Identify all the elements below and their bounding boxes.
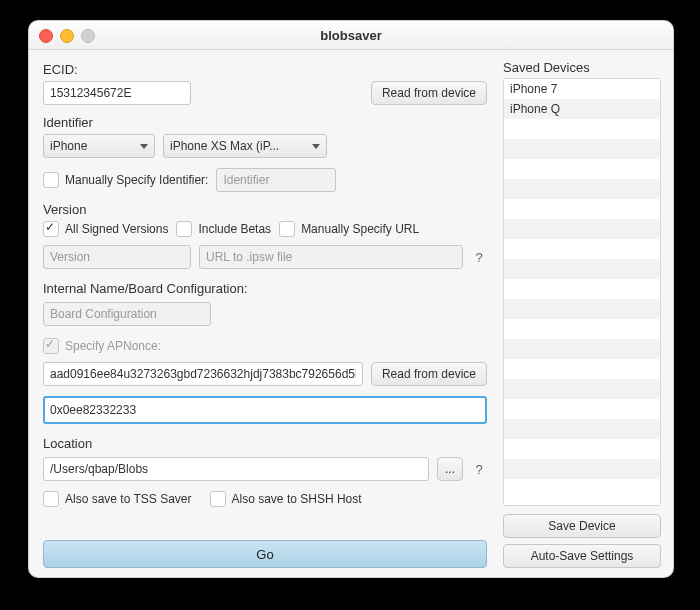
minimize-icon[interactable]	[60, 29, 74, 43]
save-device-button[interactable]: Save Device	[503, 514, 661, 538]
version-help-icon[interactable]: ?	[471, 250, 487, 265]
list-item	[504, 179, 660, 199]
saved-devices-label: Saved Devices	[503, 60, 661, 75]
checkbox-icon	[210, 491, 226, 507]
apnonce-check: Specify APNonce:	[43, 338, 487, 354]
checkbox-icon	[43, 338, 59, 354]
list-item	[504, 299, 660, 319]
list-item	[504, 239, 660, 259]
all-signed-check[interactable]: All Signed Versions	[43, 221, 168, 237]
checkbox-icon	[176, 221, 192, 237]
list-item	[504, 479, 660, 499]
ecid-input[interactable]	[43, 81, 191, 105]
list-item	[504, 259, 660, 279]
list-item	[504, 439, 660, 459]
app-window: blobsaver ECID: Read from device Identif…	[28, 20, 674, 578]
location-input[interactable]	[43, 457, 429, 481]
location-label: Location	[43, 436, 487, 451]
close-icon[interactable]	[39, 29, 53, 43]
manual-identifier-check[interactable]: Manually Specify Identifier:	[43, 172, 208, 188]
manual-identifier-input	[216, 168, 336, 192]
traffic-lights	[39, 29, 95, 43]
list-item	[504, 359, 660, 379]
window-title: blobsaver	[320, 28, 381, 43]
ipsw-url-input	[199, 245, 463, 269]
chevron-down-icon	[140, 144, 148, 149]
checkbox-icon	[279, 221, 295, 237]
list-item	[504, 419, 660, 439]
list-item	[504, 379, 660, 399]
include-betas-check[interactable]: Include Betas	[176, 221, 271, 237]
version-label: Version	[43, 202, 487, 217]
side-panel: Saved Devices iPhone 7 iPhone Q	[497, 50, 673, 578]
list-item	[504, 459, 660, 479]
list-item	[504, 279, 660, 299]
checkbox-icon	[43, 221, 59, 237]
board-label: Internal Name/Board Configuration:	[43, 281, 487, 296]
ecid-label: ECID:	[43, 62, 487, 77]
list-item	[504, 219, 660, 239]
version-input	[43, 245, 191, 269]
list-item	[504, 199, 660, 219]
auto-save-settings-button[interactable]: Auto-Save Settings	[503, 544, 661, 568]
chevron-down-icon	[312, 144, 320, 149]
list-item	[504, 319, 660, 339]
ecid-read-button[interactable]: Read from device	[371, 81, 487, 105]
device-model-select[interactable]: iPhone XS Max (iP...	[163, 134, 327, 158]
shsh-host-check[interactable]: Also save to SHSH Host	[210, 491, 362, 507]
identifier-label: Identifier	[43, 115, 487, 130]
titlebar: blobsaver	[29, 21, 673, 50]
browse-button[interactable]: ...	[437, 457, 463, 481]
apnonce-read-button[interactable]: Read from device	[371, 362, 487, 386]
list-item	[504, 399, 660, 419]
list-item[interactable]: iPhone Q	[504, 99, 660, 119]
manual-url-check[interactable]: Manually Specify URL	[279, 221, 419, 237]
list-item	[504, 339, 660, 359]
list-item[interactable]: iPhone 7	[504, 79, 660, 99]
go-button[interactable]: Go	[43, 540, 487, 568]
generator-input[interactable]	[43, 396, 487, 424]
apnonce-input[interactable]	[43, 362, 363, 386]
main-panel: ECID: Read from device Identifier iPhone…	[29, 50, 497, 578]
checkbox-icon	[43, 491, 59, 507]
zoom-icon	[81, 29, 95, 43]
checkbox-icon	[43, 172, 59, 188]
board-config-input	[43, 302, 211, 326]
list-item	[504, 159, 660, 179]
device-type-select[interactable]: iPhone	[43, 134, 155, 158]
saved-devices-list[interactable]: iPhone 7 iPhone Q	[503, 78, 661, 506]
tss-saver-check[interactable]: Also save to TSS Saver	[43, 491, 192, 507]
location-help-icon[interactable]: ?	[471, 462, 487, 477]
list-item	[504, 119, 660, 139]
list-item	[504, 139, 660, 159]
